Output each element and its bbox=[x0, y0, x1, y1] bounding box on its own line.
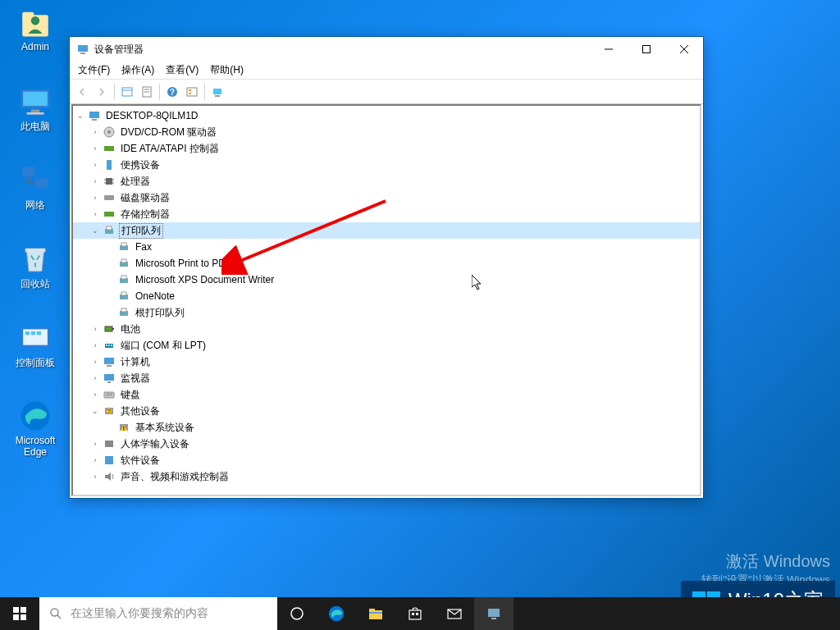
desktop-icon-thispc[interactable]: 此电脑 bbox=[7, 84, 64, 134]
menu-view[interactable]: 查看(V) bbox=[161, 62, 203, 79]
start-button[interactable] bbox=[0, 597, 39, 630]
desktop-icon-edge[interactable]: Microsoft Edge bbox=[7, 399, 64, 458]
svg-rect-32 bbox=[213, 89, 221, 94]
tree-item-battery[interactable]: › 电池 bbox=[73, 321, 700, 337]
tree-item-onenote[interactable]: OneNote bbox=[73, 288, 700, 304]
svg-rect-33 bbox=[215, 95, 220, 97]
expander-closed-icon[interactable]: › bbox=[89, 438, 101, 450]
tree-item-cpu[interactable]: › 处理器 bbox=[73, 173, 700, 189]
tree-item-print-queue[interactable]: ⌄ 打印队列 bbox=[73, 222, 700, 239]
tree-item-disk[interactable]: › 磁盘驱动器 bbox=[73, 189, 700, 206]
close-button[interactable] bbox=[665, 37, 703, 62]
toolbar-view-button[interactable] bbox=[183, 83, 201, 101]
desktop-icon-label: Admin bbox=[21, 41, 49, 52]
keyboard-icon bbox=[103, 388, 116, 401]
svg-text:?: ? bbox=[170, 88, 175, 97]
battery-icon bbox=[103, 322, 116, 336]
expander-closed-icon[interactable]: › bbox=[89, 176, 101, 187]
tree-item-dvd[interactable]: › DVD/CD-ROM 驱动器 bbox=[73, 124, 700, 140]
tree-item-ports[interactable]: › 端口 (COM 和 LPT) bbox=[73, 337, 700, 354]
cortana-button[interactable] bbox=[277, 597, 317, 630]
tree-item-ide[interactable]: › IDE ATA/ATAPI 控制器 bbox=[73, 140, 700, 157]
expander-closed-icon[interactable]: › bbox=[89, 372, 101, 384]
menu-file[interactable]: 文件(F) bbox=[73, 62, 115, 79]
menubar: 文件(F) 操作(A) 查看(V) 帮助(H) bbox=[70, 62, 703, 80]
tree-item-monitor[interactable]: › 监视器 bbox=[73, 370, 700, 386]
taskbar-explorer[interactable] bbox=[356, 597, 395, 630]
svg-rect-1 bbox=[22, 12, 34, 18]
ide-controller-icon bbox=[103, 142, 116, 155]
menu-help[interactable]: 帮助(H) bbox=[205, 62, 249, 79]
svg-rect-69 bbox=[107, 381, 111, 383]
tree-item-other[interactable]: ⌄ ? 其他设备 bbox=[73, 403, 700, 419]
expander-closed-icon[interactable]: › bbox=[89, 192, 101, 203]
svg-text:!: ! bbox=[123, 426, 125, 431]
svg-rect-79 bbox=[105, 441, 113, 447]
desktop-icon-recyclebin[interactable]: 回收站 bbox=[7, 241, 64, 291]
minimize-button[interactable] bbox=[590, 37, 628, 62]
expander-open-icon[interactable]: ⌄ bbox=[75, 110, 86, 121]
expander-closed-icon[interactable]: › bbox=[89, 471, 101, 482]
desktop-icon-controlpanel[interactable]: 控制面板 bbox=[7, 320, 64, 370]
tree-item-portable[interactable]: › 便携设备 bbox=[73, 157, 700, 173]
maximize-button[interactable] bbox=[628, 37, 665, 62]
svg-rect-29 bbox=[187, 88, 197, 96]
expander-closed-icon[interactable]: › bbox=[89, 340, 101, 351]
expander-closed-icon[interactable]: › bbox=[89, 356, 101, 368]
svg-rect-35 bbox=[92, 119, 97, 121]
svg-line-86 bbox=[57, 615, 61, 619]
device-tree[interactable]: ⌄ DESKTOP-8QILM1D › DVD/CD-ROM 驱动器 › IDE… bbox=[71, 104, 701, 496]
desktop-icon-network[interactable]: 网络 bbox=[7, 162, 64, 212]
toolbar-console-button[interactable] bbox=[118, 83, 136, 101]
tree-item-sound[interactable]: › 声音、视频和游戏控制器 bbox=[73, 468, 700, 485]
svg-point-37 bbox=[107, 130, 111, 134]
tree-item-hid[interactable]: › 人体学输入设备 bbox=[73, 436, 700, 452]
svg-rect-61 bbox=[112, 328, 114, 330]
tree-item-root-print[interactable]: 根打印队列 bbox=[73, 304, 700, 321]
svg-rect-38 bbox=[104, 146, 114, 151]
tree-item-fax[interactable]: Fax bbox=[73, 239, 700, 255]
window-title: 设备管理器 bbox=[94, 43, 590, 57]
expander-closed-icon[interactable]: › bbox=[89, 389, 101, 400]
tree-item-storage[interactable]: › 存储控制器 bbox=[73, 206, 700, 222]
cpu-icon bbox=[103, 175, 116, 188]
taskbar-search[interactable]: 在这里输入你要搜索的内容 bbox=[39, 597, 277, 630]
taskbar-devicemanager[interactable] bbox=[474, 597, 514, 630]
svg-rect-67 bbox=[107, 365, 112, 367]
tree-item-xps[interactable]: Microsoft XPS Document Writer bbox=[73, 272, 700, 288]
expander-closed-icon[interactable]: › bbox=[89, 126, 101, 138]
toolbar-properties-button[interactable] bbox=[138, 83, 156, 101]
tree-item-software[interactable]: › 软件设备 bbox=[73, 452, 700, 468]
svg-rect-30 bbox=[189, 89, 191, 91]
expander-open-icon[interactable]: ⌄ bbox=[89, 225, 101, 236]
tree-item-base-system[interactable]: ! 基本系统设备 bbox=[73, 419, 700, 436]
taskbar-store[interactable] bbox=[395, 597, 435, 630]
expander-closed-icon[interactable]: › bbox=[89, 454, 101, 466]
taskbar-edge[interactable] bbox=[317, 597, 356, 630]
svg-rect-51 bbox=[121, 243, 126, 246]
tree-root[interactable]: ⌄ DESKTOP-8QILM1D bbox=[73, 107, 700, 124]
titlebar[interactable]: 设备管理器 bbox=[70, 37, 703, 62]
expander-open-icon[interactable]: ⌄ bbox=[89, 405, 101, 417]
toolbar-help-button[interactable]: ? bbox=[163, 83, 181, 101]
tree-item-computer[interactable]: › 计算机 bbox=[73, 354, 700, 370]
svg-rect-39 bbox=[107, 160, 112, 170]
expander-closed-icon[interactable]: › bbox=[89, 143, 101, 154]
expander-closed-icon[interactable]: › bbox=[89, 208, 101, 220]
expander-closed-icon[interactable]: › bbox=[89, 159, 101, 171]
menu-action[interactable]: 操作(A) bbox=[116, 62, 159, 79]
taskbar-mail[interactable] bbox=[435, 597, 474, 630]
desktop-icon-admin[interactable]: Admin bbox=[7, 5, 64, 52]
windows-logo-icon bbox=[13, 607, 26, 620]
svg-rect-92 bbox=[409, 610, 421, 619]
app-icon bbox=[76, 43, 89, 56]
svg-rect-80 bbox=[105, 456, 113, 464]
svg-point-46 bbox=[111, 197, 112, 199]
tree-item-keyboard[interactable]: › 键盘 bbox=[73, 386, 700, 403]
toolbar-scan-button[interactable] bbox=[208, 83, 226, 101]
tree-item-print-pdf[interactable]: Microsoft Print to PDF bbox=[73, 255, 700, 272]
expander-closed-icon[interactable]: › bbox=[89, 323, 101, 335]
portable-device-icon bbox=[103, 158, 116, 171]
printer-icon bbox=[117, 257, 130, 270]
svg-point-2 bbox=[31, 16, 40, 25]
